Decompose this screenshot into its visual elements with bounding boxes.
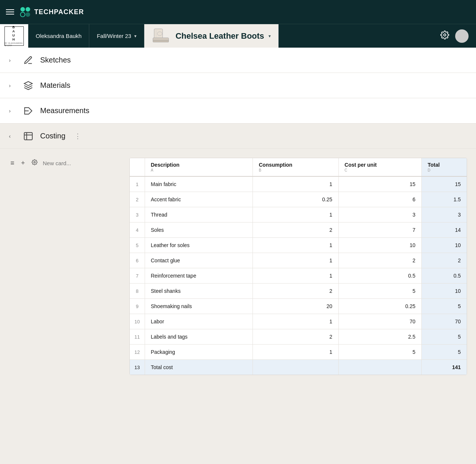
cell-total: 141 bbox=[421, 360, 467, 375]
cell-cost-per-unit: 5 bbox=[338, 345, 421, 360]
costing-chevron: ‹ bbox=[9, 133, 16, 139]
cell-total: 2 bbox=[421, 253, 467, 268]
cell-total: 5 bbox=[421, 299, 467, 314]
cell-total: 5 bbox=[421, 345, 467, 360]
table-row: 5Leather for soles11010 bbox=[130, 238, 467, 253]
table-row: 8Steel shanks2510 bbox=[130, 284, 467, 299]
svg-point-2 bbox=[20, 12, 25, 17]
cell-total: 0.5 bbox=[421, 268, 467, 284]
cell-cost-per-unit: 10 bbox=[338, 238, 421, 253]
product-thumbnail bbox=[152, 27, 171, 45]
cell-consumption: 20 bbox=[253, 299, 338, 314]
cell-row-num: 13 bbox=[130, 360, 145, 375]
user-avatar[interactable] bbox=[455, 29, 469, 43]
left-panel: ≡ + bbox=[9, 158, 120, 375]
cell-description[interactable]: Main fabric bbox=[145, 176, 253, 192]
cell-consumption: 1 bbox=[253, 253, 338, 268]
breadcrumb-product[interactable]: Chelsea Leather Boots ▾ bbox=[144, 24, 279, 48]
cell-total: 10 bbox=[421, 238, 467, 253]
table-row: 4Soles2714 bbox=[130, 223, 467, 238]
table-row: 1Main fabric11515 bbox=[130, 176, 467, 192]
table-row: 11Labels and tags22.55 bbox=[130, 329, 467, 345]
cell-row-num: 2 bbox=[130, 192, 145, 207]
cell-cost-per-unit: 70 bbox=[338, 314, 421, 329]
cell-consumption: 1 bbox=[253, 207, 338, 223]
col-header-row bbox=[130, 158, 145, 176]
cell-consumption: 2 bbox=[253, 223, 338, 238]
cell-cost-per-unit: 0.5 bbox=[338, 268, 421, 284]
measurements-icon bbox=[22, 106, 34, 116]
section-sketches[interactable]: › Sketches bbox=[0, 48, 476, 73]
cell-row-num: 11 bbox=[130, 329, 145, 345]
cell-cost-per-unit: 6 bbox=[338, 192, 421, 207]
cell-consumption bbox=[253, 360, 338, 375]
section-list: › Sketches › Materials › Measurements bbox=[0, 48, 476, 149]
col-header-total: Total D bbox=[421, 158, 467, 176]
settings-button[interactable] bbox=[440, 31, 449, 41]
new-card-input[interactable] bbox=[43, 160, 113, 166]
cell-description[interactable]: Labels and tags bbox=[145, 329, 253, 345]
cell-cost-per-unit: 3 bbox=[338, 207, 421, 223]
cell-description[interactable]: Reinforcement tape bbox=[145, 268, 253, 284]
brand-icon bbox=[20, 7, 30, 17]
cell-consumption: 2 bbox=[253, 284, 338, 299]
product-chevron: ▾ bbox=[268, 33, 271, 39]
add-card-button[interactable]: + bbox=[20, 158, 27, 169]
table-row: 6Contact glue122 bbox=[130, 253, 467, 268]
svg-rect-12 bbox=[24, 132, 32, 140]
cell-total: 3 bbox=[421, 207, 467, 223]
sketches-icon bbox=[22, 55, 34, 65]
season-chevron: ▾ bbox=[134, 33, 136, 39]
cell-description[interactable]: Leather for soles bbox=[145, 238, 253, 253]
hamburger-menu[interactable] bbox=[6, 9, 14, 15]
cell-row-num: 1 bbox=[130, 176, 145, 192]
top-nav: TECHPACKER bbox=[0, 0, 476, 24]
table-row: 13Total cost141 bbox=[130, 360, 467, 375]
section-measurements[interactable]: › Measurements bbox=[0, 98, 476, 124]
costing-icon bbox=[22, 131, 34, 141]
cell-total: 14 bbox=[421, 223, 467, 238]
cell-cost-per-unit: 7 bbox=[338, 223, 421, 238]
cell-cost-per-unit: 5 bbox=[338, 284, 421, 299]
breadcrumb-season[interactable]: Fall/Winter 23 ▾ bbox=[89, 24, 144, 48]
costing-table-container: Description A Consumption B Cost per uni… bbox=[129, 158, 467, 375]
cell-description[interactable]: Packaging bbox=[145, 345, 253, 360]
cell-consumption: 0.25 bbox=[253, 192, 338, 207]
table-row: 9Shoemaking nails200.255 bbox=[130, 299, 467, 314]
cell-row-num: 6 bbox=[130, 253, 145, 268]
card-settings-button[interactable] bbox=[30, 158, 39, 169]
cell-description[interactable]: Accent fabric bbox=[145, 192, 253, 207]
table-row: 7Reinforcement tape10.50.5 bbox=[130, 268, 467, 284]
section-costing[interactable]: ‹ Costing ⋮ bbox=[0, 124, 476, 149]
cell-cost-per-unit: 0.25 bbox=[338, 299, 421, 314]
product-name: Chelsea Leather Boots bbox=[176, 31, 264, 41]
cell-description[interactable]: Labor bbox=[145, 314, 253, 329]
cell-description[interactable]: Contact glue bbox=[145, 253, 253, 268]
costing-table: Description A Consumption B Cost per uni… bbox=[130, 158, 467, 375]
table-row: 2Accent fabric0.2561.5 bbox=[130, 192, 467, 207]
cell-row-num: 3 bbox=[130, 207, 145, 223]
cell-row-num: 8 bbox=[130, 284, 145, 299]
breadcrumb-designer[interactable]: Oleksandra Baukh bbox=[28, 24, 89, 48]
cell-row-num: 12 bbox=[130, 345, 145, 360]
brand-logo: TECHPACKER bbox=[20, 7, 84, 17]
section-materials[interactable]: › Materials bbox=[0, 73, 476, 98]
cell-row-num: 5 bbox=[130, 238, 145, 253]
designer-logo-box: BAUH BY OLEKSANDRA BAUKH bbox=[4, 26, 24, 46]
cell-row-num: 10 bbox=[130, 314, 145, 329]
measurements-chevron: › bbox=[9, 108, 16, 114]
season-label: Fall/Winter 23 bbox=[97, 33, 131, 39]
cell-cost-per-unit bbox=[338, 360, 421, 375]
cell-description[interactable]: Thread bbox=[145, 207, 253, 223]
table-row: 12Packaging155 bbox=[130, 345, 467, 360]
cell-cost-per-unit: 2.5 bbox=[338, 329, 421, 345]
drag-handle-button[interactable]: ≡ bbox=[9, 158, 16, 169]
cell-description[interactable]: Shoemaking nails bbox=[145, 299, 253, 314]
cell-description[interactable]: Soles bbox=[145, 223, 253, 238]
col-header-cost-per-unit: Cost per unit C bbox=[338, 158, 421, 176]
cell-description[interactable]: Steel shanks bbox=[145, 284, 253, 299]
cell-total: 5 bbox=[421, 329, 467, 345]
table-row: 3Thread133 bbox=[130, 207, 467, 223]
costing-more-icon[interactable]: ⋮ bbox=[74, 132, 81, 140]
cell-total: 15 bbox=[421, 176, 467, 192]
